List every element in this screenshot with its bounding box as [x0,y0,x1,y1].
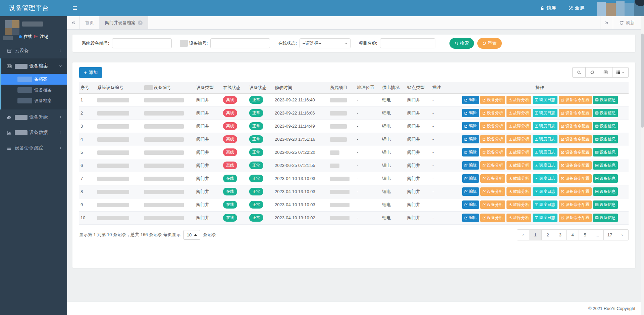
action-device-analysis-button[interactable]: 设备分析 [480,148,505,156]
prev-page-button[interactable]: ‹ [517,229,529,240]
action-edit-button[interactable]: 编辑 [462,122,479,130]
reset-button[interactable]: 重置 [477,38,502,49]
action-fault-analysis-button[interactable]: 故障分析 [506,109,531,117]
action-device-command-config-button[interactable]: 设备命令配置 [559,148,592,156]
action-device-info-button[interactable]: 设备信息 [593,122,618,130]
search-button[interactable]: 搜索 [449,38,474,49]
action-edit-button[interactable]: 编辑 [462,148,479,156]
action-device-analysis-button[interactable]: 设备分析 [480,122,505,130]
action-device-info-button[interactable]: 设备信息 [593,135,618,143]
tab-home[interactable]: 首页 [80,16,100,29]
action-device-info-button[interactable]: 设备信息 [593,200,618,209]
page-button-5[interactable]: 5 [579,229,591,240]
action-dispatch-log-button[interactable]: 调度日志 [533,187,557,196]
sidebar-item-device-upgrade[interactable]: 设备升级 [0,109,67,125]
action-device-analysis-button[interactable]: 设备分析 [480,109,505,117]
action-edit-button[interactable]: 编辑 [462,174,479,183]
sidebar-subitem-device-archive-1[interactable]: 备档案 [1,74,67,85]
toolbar-columns-button[interactable] [612,67,629,78]
action-device-analysis-button[interactable]: 设备分析 [480,135,505,143]
lock-screen-button[interactable]: 锁屏 [540,5,556,11]
avatar[interactable] [5,20,19,35]
action-dispatch-log-button[interactable]: 调度日志 [533,109,557,117]
page-size-dropdown[interactable]: 10 [183,230,200,240]
page-button-17[interactable]: 17 [604,229,616,240]
action-device-info-button[interactable]: 设备信息 [593,148,618,156]
action-edit-button[interactable]: 编辑 [462,214,479,222]
online-status-select[interactable]: --请选择-- [300,38,351,48]
sidebar-item-device-archive[interactable]: 设备档案 [1,58,67,74]
toolbar-refresh-button[interactable] [586,67,599,78]
add-button[interactable]: 添加 [79,67,102,78]
action-device-command-config-button[interactable]: 设备命令配置 [559,214,592,222]
action-device-info-button[interactable]: 设备信息 [593,96,618,104]
action-edit-button[interactable]: 编辑 [462,109,479,117]
page-button-4[interactable]: 4 [567,229,579,240]
next-page-button[interactable]: › [616,229,629,240]
page-button-3[interactable]: 3 [554,229,567,240]
action-dispatch-log-button[interactable]: 调度日志 [533,96,557,104]
action-device-command-config-button[interactable]: 设备命令配置 [559,174,592,183]
action-device-command-config-button[interactable]: 设备命令配置 [559,122,592,130]
action-fault-analysis-button[interactable]: 故障分析 [506,214,531,222]
action-fault-analysis-button[interactable]: 故障分析 [506,174,531,183]
action-device-command-config-button[interactable]: 设备命令配置 [559,96,592,104]
sidebar-subitem-device-archive-3[interactable]: 设备档案 [1,95,67,106]
action-device-command-config-button[interactable]: 设备命令配置 [559,187,592,196]
action-device-info-button[interactable]: 设备信息 [593,187,618,196]
scroll-tabs-right-button[interactable] [600,16,613,29]
sidebar-item-cloud-device[interactable]: 云设备 [0,43,67,58]
action-device-command-config-button[interactable]: 设备命令配置 [559,135,592,143]
action-fault-analysis-button[interactable]: 故障分析 [506,161,531,170]
action-edit-button[interactable]: 编辑 [462,200,479,209]
scrollbar-thumb[interactable] [641,34,644,128]
action-fault-analysis-button[interactable]: 故障分析 [506,200,531,209]
action-fault-analysis-button[interactable]: 故障分析 [506,122,531,130]
action-fault-analysis-button[interactable]: 故障分析 [506,96,531,104]
device-no-input[interactable] [210,38,270,48]
vertical-scrollbar[interactable] [641,16,644,315]
action-device-analysis-button[interactable]: 设备分析 [480,174,505,183]
sidebar-item-device-data[interactable]: 设备数据 [0,125,67,140]
action-device-analysis-button[interactable]: 设备分析 [480,96,505,104]
page-button-...[interactable]: ... [591,229,604,240]
action-device-command-config-button[interactable]: 设备命令配置 [559,200,592,209]
action-dispatch-log-button[interactable]: 调度日志 [533,174,557,183]
action-device-info-button[interactable]: 设备信息 [593,161,618,170]
action-device-info-button[interactable]: 设备信息 [593,174,618,183]
action-dispatch-log-button[interactable]: 调度日志 [533,200,557,209]
action-fault-analysis-button[interactable]: 故障分析 [506,135,531,143]
refresh-tab-button[interactable]: 刷新 [613,16,641,29]
toolbar-detail-view-button[interactable] [599,67,612,78]
action-device-analysis-button[interactable]: 设备分析 [480,200,505,209]
action-edit-button[interactable]: 编辑 [462,135,479,143]
close-tab-icon[interactable]: × [138,20,143,25]
action-device-analysis-button[interactable]: 设备分析 [480,161,505,170]
page-button-2[interactable]: 2 [542,229,554,240]
action-device-info-button[interactable]: 设备信息 [593,109,618,117]
action-edit-button[interactable]: 编辑 [462,161,479,170]
scroll-tabs-left-button[interactable] [67,16,80,29]
action-edit-button[interactable]: 编辑 [462,96,479,104]
action-dispatch-log-button[interactable]: 调度日志 [533,135,557,143]
action-device-command-config-button[interactable]: 设备命令配置 [559,161,592,170]
tab-valve-well-archive[interactable]: 阀门井设备档案 × [100,16,148,29]
logout-link[interactable]: 注销 [40,34,48,40]
toolbar-search-button[interactable] [572,67,586,78]
action-dispatch-log-button[interactable]: 调度日志 [533,122,557,130]
sidebar-toggle-button[interactable] [67,0,83,16]
fullscreen-button[interactable]: 全屏 [569,5,584,11]
action-device-analysis-button[interactable]: 设备分析 [480,214,505,222]
action-edit-button[interactable]: 编辑 [462,187,479,196]
user-account-redacted[interactable] [597,0,644,16]
page-button-1[interactable]: 1 [529,229,542,240]
system-device-no-input[interactable] [112,38,172,48]
action-dispatch-log-button[interactable]: 调度日志 [533,148,557,156]
project-name-input[interactable] [380,38,435,48]
sidebar-item-device-command-trace[interactable]: 设备命令跟踪 [0,140,67,156]
sidebar-subitem-device-archive-2[interactable]: 设备档案 [1,85,67,95]
action-dispatch-log-button[interactable]: 调度日志 [533,214,557,222]
action-fault-analysis-button[interactable]: 故障分析 [506,187,531,196]
action-dispatch-log-button[interactable]: 调度日志 [533,161,557,170]
action-device-info-button[interactable]: 设备信息 [593,214,618,222]
